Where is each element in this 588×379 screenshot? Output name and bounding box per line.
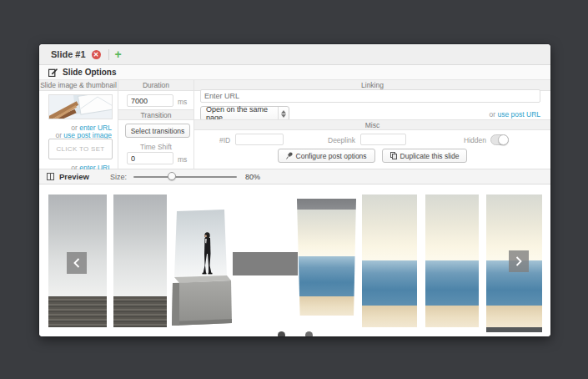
- id-input[interactable]: [235, 134, 284, 145]
- slider-editor-window: Slide #1 ✕ + Slide Options Slide image &…: [39, 44, 550, 336]
- slide-tab-bar: Slide #1 ✕ +: [39, 44, 550, 65]
- preview-size-slider[interactable]: [133, 176, 237, 178]
- tab-divider: [108, 49, 109, 60]
- preview-size-label: Size:: [110, 173, 127, 181]
- duplicate-slide-button[interactable]: Duplicate this slide: [382, 149, 468, 163]
- preview-slice-sea-2: [113, 195, 167, 327]
- preview-slice-beach-1: [294, 199, 356, 316]
- slider-handle[interactable]: [168, 172, 176, 180]
- id-label: #ID: [219, 136, 230, 144]
- add-slide-icon[interactable]: +: [115, 48, 122, 60]
- pagination-dot-1[interactable]: [278, 331, 285, 336]
- or-text: or: [490, 110, 496, 119]
- deeplink-label: Deeplink: [328, 136, 355, 144]
- slider-preview-stage: [39, 184, 550, 336]
- preview-placeholder-box[interactable]: [233, 252, 298, 275]
- preview-toolbar: Preview Size: 80%: [39, 169, 550, 184]
- thumbnail-click-to-set[interactable]: CLICK TO SET: [48, 139, 113, 159]
- image-column: Slide image & thumbnail or enter URL: [39, 80, 118, 169]
- hidden-toggle[interactable]: [490, 134, 509, 145]
- misc-buttons-row: Configure post options Duplicate this sl…: [194, 149, 550, 163]
- edit-pencil-icon: [48, 68, 58, 77]
- timing-column: Duration ms Transition Select transition…: [118, 80, 194, 169]
- configure-label: Configure post options: [296, 152, 367, 160]
- use-post-url-line: or use post URL: [490, 110, 540, 119]
- duration-header: Duration: [118, 80, 193, 91]
- duplicate-icon: [390, 152, 397, 159]
- linking-column: Linking Open on the same page or use pos…: [194, 80, 550, 169]
- toggle-knob: [498, 134, 509, 145]
- preview-title: Preview: [59, 172, 89, 181]
- prev-slide-arrow[interactable]: [67, 252, 87, 274]
- time-shift-unit: ms: [178, 155, 187, 164]
- duration-input[interactable]: [127, 94, 173, 107]
- chevron-right-icon: [515, 256, 522, 266]
- time-shift-input[interactable]: [127, 152, 173, 164]
- deeplink-input[interactable]: [360, 134, 406, 145]
- next-slide-arrow[interactable]: [509, 250, 529, 272]
- image-column-header: Slide image & thumbnail: [39, 80, 118, 91]
- businessman-on-block-image: [172, 210, 232, 326]
- pagination-dot-2[interactable]: [305, 331, 313, 336]
- slide-thumbnail-image[interactable]: [48, 94, 113, 119]
- select-transitions-button[interactable]: Select transitions: [125, 124, 190, 138]
- slide-options-grid: Slide image & thumbnail or enter URL: [39, 80, 550, 169]
- slice-top-face: [294, 199, 356, 210]
- close-slide-icon[interactable]: ✕: [92, 50, 101, 59]
- misc-fields-row: #ID Deeplink Hidden: [194, 134, 550, 146]
- duration-unit: ms: [178, 98, 187, 106]
- chevron-left-icon: [73, 258, 80, 268]
- configure-post-options-button[interactable]: Configure post options: [278, 149, 375, 163]
- slide-url-input[interactable]: [200, 89, 540, 103]
- preview-size-value: 80%: [245, 173, 260, 181]
- slide-options-title: Slide Options: [63, 68, 116, 77]
- misc-header: Misc: [194, 119, 550, 130]
- hidden-label: Hidden: [464, 136, 486, 144]
- use-post-url-link[interactable]: use post URL: [498, 110, 541, 119]
- preview-columns-icon: [47, 173, 54, 180]
- duplicate-label: Duplicate this slide: [400, 152, 460, 160]
- tab-slide-1[interactable]: Slide #1: [51, 49, 86, 59]
- preview-slice-beach-3: [425, 195, 479, 327]
- transition-header: Transition: [118, 109, 193, 120]
- preview-slice-beach-2: [362, 195, 417, 327]
- slide-options-header: Slide Options: [39, 65, 550, 80]
- select-stepper-icon: [278, 107, 289, 120]
- thumbnail-photo: [49, 95, 113, 119]
- time-shift-label: Time Shift: [118, 143, 193, 151]
- preview-slice-man: [172, 210, 232, 326]
- pushpin-icon: [286, 152, 293, 159]
